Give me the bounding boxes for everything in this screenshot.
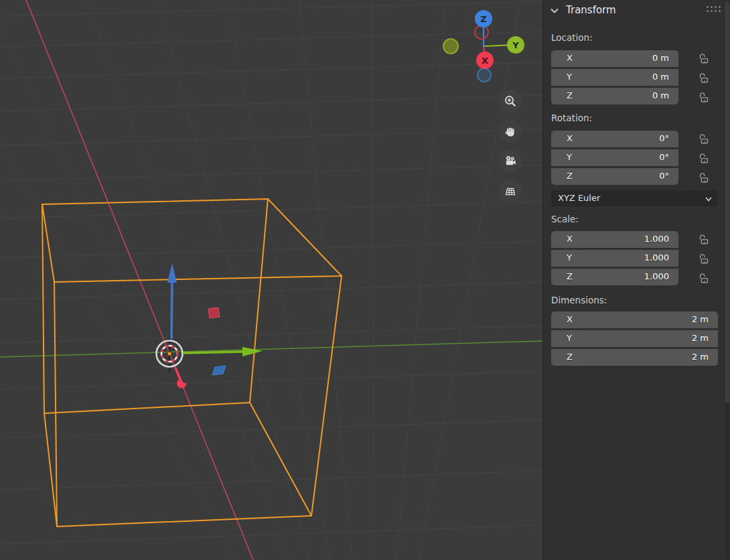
dimensions-fields: X 2 m Y 2 m Z 2 m (551, 311, 718, 366)
panel-title: Transform (566, 4, 616, 16)
lock-location-y-button[interactable] (697, 71, 711, 84)
gizmo-plane-handle-red[interactable] (208, 307, 220, 318)
rotation-y-field[interactable]: Y 0° (551, 149, 678, 166)
object-origin-dot (167, 352, 171, 356)
field-value: 1.000 (644, 234, 669, 244)
field-axis-label: X (567, 314, 573, 324)
transform-panel-header[interactable]: Transform (543, 0, 730, 20)
dimensions-label: Dimensions: (551, 295, 607, 305)
cube-wireframe[interactable] (42, 199, 342, 527)
nav-x-label: X (482, 56, 488, 66)
gizmo-z-arrow-shaft[interactable] (171, 279, 172, 339)
lock-location-x-button[interactable] (697, 52, 711, 65)
camera-view-icon (504, 154, 517, 167)
field-axis-label: Y (567, 253, 572, 263)
camera-view-button[interactable] (499, 149, 522, 172)
rotation-label: Rotation: (551, 113, 592, 123)
rotation-fields: X 0° Y 0° Z 0° (551, 131, 678, 185)
rotation-z-field[interactable]: Z 0° (551, 168, 678, 185)
transform-panel: Transform Location: X 0 m Y 0 m (542, 0, 730, 560)
panel-scrollbar[interactable] (725, 1, 729, 559)
nav-ball-y[interactable]: Y (507, 36, 524, 54)
unlock-icon (697, 232, 710, 245)
scale-label: Scale: (551, 214, 579, 224)
unlock-icon (697, 90, 710, 103)
world-y-axis-line (0, 341, 542, 357)
lock-rotation-z-button[interactable] (697, 171, 711, 184)
gizmo-plane-handle-blue[interactable] (212, 366, 226, 375)
lock-rotation-y-button[interactable] (697, 151, 711, 165)
dimensions-z-field[interactable]: Z 2 m (551, 349, 718, 366)
nav-ball-x[interactable]: X (476, 52, 494, 69)
lock-scale-y-button[interactable] (697, 252, 711, 265)
grid-ortho-icon (504, 184, 517, 198)
field-value: 1.000 (644, 271, 669, 281)
gizmo-z-arrow-head[interactable] (167, 263, 177, 283)
pan-button[interactable] (499, 120, 522, 143)
pan-hand-icon (504, 125, 517, 138)
field-value: 1.000 (644, 253, 669, 263)
field-axis-label: Y (567, 333, 572, 343)
field-axis-label: X (567, 53, 573, 63)
rotation-mode-dropdown[interactable]: XYZ Euler (551, 190, 718, 206)
field-value: 0 m (652, 90, 669, 100)
field-axis-label: Z (567, 352, 573, 362)
location-y-field[interactable]: Y 0 m (551, 69, 678, 86)
nav-y-label: Y (512, 40, 518, 50)
unlock-icon (697, 252, 710, 265)
field-axis-label: Z (567, 171, 573, 181)
field-axis-label: Z (567, 90, 573, 100)
scale-y-field[interactable]: Y 1.000 (551, 250, 678, 267)
nav-ball-z[interactable]: Z (475, 10, 492, 27)
scene-canvas (0, 0, 542, 560)
field-value: 2 m (692, 314, 709, 324)
field-axis-label: X (567, 133, 573, 143)
zoom-in-icon (504, 94, 517, 108)
unlock-icon (697, 132, 710, 145)
rotation-mode-value: XYZ Euler (558, 193, 600, 203)
lock-scale-z-button[interactable] (697, 271, 711, 285)
toggle-ortho-button[interactable] (499, 180, 522, 202)
field-value: 0° (659, 133, 669, 143)
nav-ball-neg-z[interactable] (477, 68, 492, 82)
scale-z-field[interactable]: Z 1.000 (551, 269, 678, 285)
field-value: 2 m (692, 352, 709, 362)
lock-scale-x-button[interactable] (697, 232, 711, 246)
gizmo-y-arrow-head[interactable] (242, 347, 263, 356)
dimensions-x-field[interactable]: X 2 m (551, 311, 718, 328)
viewport-3d[interactable]: Z Y X (0, 0, 542, 560)
cursor-3d (157, 337, 183, 372)
location-fields: X 0 m Y 0 m Z 0 m (551, 50, 678, 104)
lock-rotation-x-button[interactable] (697, 132, 711, 145)
location-z-field[interactable]: Z 0 m (551, 88, 678, 104)
field-value: 0° (659, 171, 669, 181)
unlock-icon (697, 271, 710, 284)
nav-axis-gizmo[interactable]: Z Y X (439, 7, 532, 84)
field-axis-label: Y (567, 152, 572, 162)
unlock-icon (697, 151, 710, 164)
scale-x-field[interactable]: X 1.000 (551, 231, 678, 248)
chevron-down-icon (705, 195, 713, 203)
unlock-icon (697, 71, 710, 84)
zoom-button[interactable] (499, 90, 522, 113)
field-value: 0° (659, 152, 669, 162)
nav-z-label: Z (480, 14, 486, 24)
field-axis-label: Y (567, 72, 572, 82)
lock-location-z-button[interactable] (697, 90, 711, 104)
location-x-field[interactable]: X 0 m (551, 50, 678, 67)
blender-window: Z Y X (0, 0, 730, 560)
chevron-down-icon (549, 5, 560, 16)
field-value: 0 m (652, 53, 669, 63)
field-value: 2 m (692, 333, 709, 343)
gizmo-y-arrow-shaft[interactable] (183, 352, 242, 353)
drag-grip-icon[interactable] (706, 5, 721, 13)
field-value: 0 m (652, 72, 669, 82)
rotation-x-field[interactable]: X 0° (551, 131, 678, 147)
location-label: Location: (551, 32, 593, 43)
nav-ball-neg-y[interactable] (443, 38, 459, 54)
unlock-icon (697, 52, 710, 64)
scale-fields: X 1.000 Y 1.000 Z 1.000 (551, 231, 678, 285)
field-axis-label: X (567, 234, 573, 244)
dimensions-y-field[interactable]: Y 2 m (551, 330, 718, 347)
panel-scrollbar-thumb[interactable] (725, 1, 729, 403)
